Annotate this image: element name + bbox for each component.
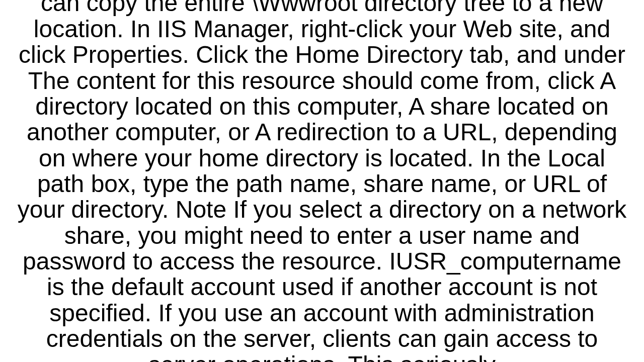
document-container: directory to the name of your choice. Al… [0, 0, 644, 362]
body-text: directory to the name of your choice. Al… [15, 0, 629, 362]
